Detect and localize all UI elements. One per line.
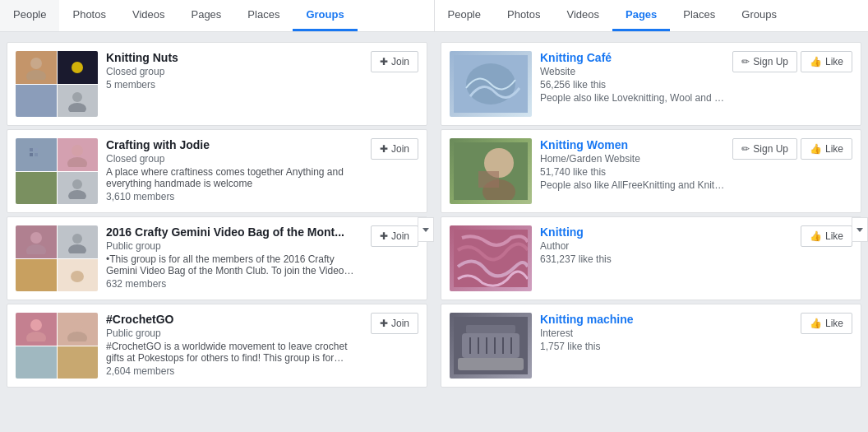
page-card-knitting-cafe: Knitting Café Website 56,256 like this P… bbox=[441, 42, 861, 126]
signup-button-knitting-women[interactable]: ✏ Sign Up bbox=[732, 138, 797, 160]
right-tab-places[interactable]: Places bbox=[670, 0, 728, 31]
like-button-knitting-women[interactable]: 👍 Like bbox=[801, 138, 852, 160]
page-category: Home/Garden Website bbox=[540, 153, 726, 165]
right-nav-section: People Photos Videos Pages Places Groups bbox=[434, 0, 869, 31]
groups-panel: Knitting Nuts Closed group 5 members ✚ J… bbox=[0, 32, 434, 397]
group-card-crochetgo: #CrochetGO Public group #CrochetGO is a … bbox=[7, 304, 427, 388]
group-members: 3,610 members bbox=[106, 191, 364, 202]
svg-point-15 bbox=[72, 234, 82, 244]
thumb-cell bbox=[16, 346, 57, 379]
group-info-crafty-gemini: 2016 Crafty Gemini Video Bag of the Mont… bbox=[106, 225, 364, 290]
group-type: Closed group bbox=[106, 153, 364, 165]
svg-point-11 bbox=[72, 179, 82, 189]
svg-rect-8 bbox=[35, 153, 38, 156]
left-tab-videos[interactable]: Videos bbox=[119, 0, 178, 31]
thumb-cell bbox=[58, 85, 99, 118]
join-icon: ✚ bbox=[380, 230, 388, 242]
page-info-knitting-machine: Knitting machine Interest 1,757 like thi… bbox=[540, 313, 794, 354]
person-placeholder bbox=[66, 89, 89, 112]
group-members: 632 members bbox=[106, 278, 364, 290]
join-icon: ✚ bbox=[380, 56, 388, 67]
pencil-icon: ✏ bbox=[741, 143, 750, 155]
thumbs-up-icon: 👍 bbox=[810, 56, 822, 67]
svg-point-14 bbox=[26, 244, 46, 254]
left-tab-people[interactable]: People bbox=[0, 0, 59, 31]
right-tab-videos[interactable]: Videos bbox=[553, 0, 612, 31]
page-category: Interest bbox=[540, 327, 794, 339]
group-type: Closed group bbox=[106, 66, 364, 77]
page-card-knitting-machine: Knitting machine Interest 1,757 like thi… bbox=[441, 304, 861, 388]
page-actions-knitting-cafe: ✏ Sign Up 👍 Like bbox=[732, 51, 852, 72]
left-scroll-indicator[interactable] bbox=[418, 217, 434, 242]
thumb-cell bbox=[58, 172, 99, 205]
pencil-icon: ✏ bbox=[741, 56, 750, 67]
chevron-down-icon bbox=[422, 228, 429, 232]
right-tab-photos[interactable]: Photos bbox=[494, 0, 553, 31]
person-silhouette bbox=[65, 142, 90, 167]
left-tab-groups[interactable]: Groups bbox=[293, 0, 357, 31]
group-members: 2,604 members bbox=[106, 365, 364, 377]
thumbs-up-icon: 👍 bbox=[810, 230, 822, 242]
cat-icon bbox=[66, 263, 89, 286]
svg-point-13 bbox=[30, 232, 42, 244]
svg-point-10 bbox=[67, 157, 87, 167]
group-name: 2016 Crafty Gemini Video Bag of the Mont… bbox=[106, 225, 364, 239]
svg-point-19 bbox=[26, 332, 46, 341]
group-card-crafting-jodie: Crafting with Jodie Closed group A place… bbox=[7, 129, 427, 213]
pages-panel: Knitting Café Website 56,256 like this P… bbox=[434, 32, 868, 397]
thumb-cell bbox=[58, 346, 99, 379]
signup-button-knitting-cafe[interactable]: ✏ Sign Up bbox=[732, 51, 797, 72]
join-button-crafting-jodie[interactable]: ✚ Join bbox=[371, 138, 418, 160]
join-button-crafty-gemini[interactable]: ✚ Join bbox=[371, 225, 418, 247]
left-tab-photos[interactable]: Photos bbox=[59, 0, 118, 31]
page-likes: 631,237 like this bbox=[540, 253, 794, 265]
group-thumbnail-crafting-jodie bbox=[16, 138, 98, 204]
join-icon: ✚ bbox=[380, 318, 388, 329]
group-thumbnail-knitting-nuts bbox=[16, 51, 98, 117]
right-tab-people[interactable]: People bbox=[435, 0, 494, 31]
svg-point-12 bbox=[68, 190, 86, 199]
thumb-cell bbox=[58, 51, 99, 84]
page-category: Website bbox=[540, 66, 726, 77]
person-silhouette bbox=[24, 230, 48, 254]
page-name: Knitting Women bbox=[540, 138, 726, 151]
thumbs-up-icon: 👍 bbox=[810, 143, 822, 155]
thumb-cell bbox=[58, 225, 99, 258]
thumbs-up-icon: 👍 bbox=[810, 318, 822, 329]
person-silhouette bbox=[24, 55, 48, 80]
page-info-knitting-cafe: Knitting Café Website 56,256 like this P… bbox=[540, 51, 726, 104]
like-button-knitting-cafe[interactable]: 👍 Like bbox=[801, 51, 852, 72]
join-button-knitting-nuts[interactable]: ✚ Join bbox=[371, 51, 418, 72]
thumb-cell bbox=[58, 259, 99, 292]
left-tab-places[interactable]: Places bbox=[234, 0, 293, 31]
like-button-knitting-machine[interactable]: 👍 Like bbox=[801, 313, 852, 334]
svg-rect-31 bbox=[466, 325, 515, 333]
right-tab-pages[interactable]: Pages bbox=[612, 0, 670, 31]
right-scroll-indicator[interactable] bbox=[852, 217, 868, 242]
page-info-knitting-women: Knitting Women Home/Garden Website 51,74… bbox=[540, 138, 726, 191]
svg-point-17 bbox=[71, 271, 84, 282]
svg-point-2 bbox=[72, 62, 83, 73]
knitting-cafe-image bbox=[454, 55, 528, 113]
page-category: Author bbox=[540, 240, 794, 252]
page-actions-knitting-women: ✏ Sign Up 👍 Like bbox=[732, 138, 852, 160]
thumb-cell bbox=[16, 85, 57, 118]
like-button-knitting[interactable]: 👍 Like bbox=[801, 225, 852, 247]
group-info-knitting-nuts: Knitting Nuts Closed group 5 members bbox=[106, 51, 364, 91]
page-card-knitting: Knitting Author 631,237 like this 👍 Like bbox=[441, 216, 861, 300]
right-tab-groups[interactable]: Groups bbox=[728, 0, 790, 31]
knitting-image bbox=[454, 230, 528, 287]
page-thumbnail-knitting-machine bbox=[450, 313, 532, 379]
left-tab-pages[interactable]: Pages bbox=[178, 0, 234, 31]
svg-point-0 bbox=[30, 58, 42, 69]
main-content: Knitting Nuts Closed group 5 members ✚ J… bbox=[0, 32, 868, 427]
group-name: Crafting with Jodie bbox=[106, 138, 364, 151]
group-description: A place where craftiness comes together … bbox=[106, 166, 364, 189]
thumb-cell bbox=[16, 51, 57, 84]
knitting-machine-image bbox=[454, 317, 528, 374]
group-type: Public group bbox=[106, 327, 364, 339]
page-actions-knitting: 👍 Like bbox=[801, 225, 852, 247]
svg-point-20 bbox=[72, 319, 83, 331]
group-name: Knitting Nuts bbox=[106, 51, 364, 64]
join-button-crochetgo[interactable]: ✚ Join bbox=[371, 313, 418, 334]
